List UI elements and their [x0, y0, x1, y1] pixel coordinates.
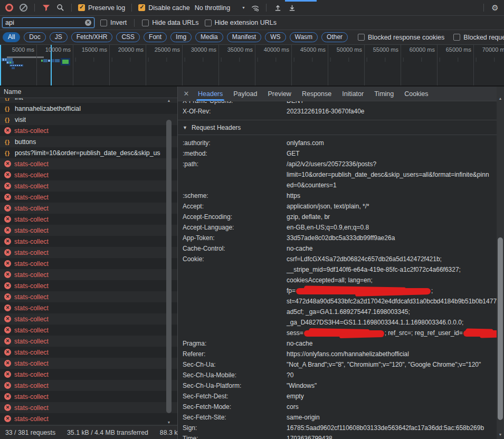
- preserve-log-checkbox[interactable]: Preserve log: [78, 4, 125, 12]
- tab-timing[interactable]: Timing: [369, 87, 399, 101]
- tab-payload[interactable]: Payload: [228, 87, 262, 101]
- request-row[interactable]: ✕stats-collect: [0, 225, 177, 236]
- search-button[interactable]: [55, 3, 65, 13]
- request-row[interactable]: ✕stats-collect: [0, 369, 177, 380]
- tab-initiator[interactable]: Initiator: [337, 87, 369, 101]
- request-row[interactable]: ✕stats-collect: [0, 192, 177, 203]
- request-row[interactable]: ✕stats-collect: [0, 325, 177, 336]
- export-har-button[interactable]: [287, 3, 297, 13]
- header-value: cors: [287, 402, 497, 412]
- disable-cache-checkbox[interactable]: Disable cache: [138, 4, 190, 12]
- filter-toggle-button[interactable]: [41, 3, 51, 13]
- request-headers-section[interactable]: ▼ Request Headers: [178, 120, 497, 135]
- filter-chip-wasm[interactable]: Wasm: [290, 32, 318, 42]
- hide-extension-urls-checkbox[interactable]: Hide extension URLs: [205, 19, 277, 26]
- header-value: https://onlyfans.com/hannahelizabethoffi…: [287, 349, 497, 359]
- invert-checkbox[interactable]: Invert: [100, 19, 127, 26]
- record-button[interactable]: [4, 3, 14, 13]
- header-value-text: csrf=LdfcGX4Sa72db06824c657db26a5d142472…: [287, 254, 442, 264]
- request-row-selected[interactable]: {}posts?limit=10&order=publish_date_desc…: [0, 147, 177, 158]
- header-value-text: 1703636799438: [287, 433, 332, 439]
- header-value-line: 33d57ade8c02dbc5a333db99ff9ae26a: [287, 233, 497, 243]
- clear-button[interactable]: [18, 3, 28, 13]
- blocked-requests-checkbox[interactable]: Blocked requests: [453, 34, 504, 41]
- request-row[interactable]: ✕stats-collect: [0, 402, 177, 413]
- request-row[interactable]: {}init: [0, 98, 177, 103]
- request-row[interactable]: {}hannahelizabethofficial: [0, 103, 177, 114]
- request-row[interactable]: ✕stats-collect: [0, 347, 177, 358]
- blocked-response-cookies-checkbox[interactable]: Blocked response cookies: [358, 34, 444, 41]
- filter-chip-font[interactable]: Font: [144, 32, 167, 42]
- request-row[interactable]: ✕stats-collect: [0, 291, 177, 302]
- request-row[interactable]: {}buttons: [0, 136, 177, 147]
- filter-input[interactable]: api ✕: [2, 17, 94, 28]
- tab-headers[interactable]: Headers: [193, 87, 228, 101]
- error-icon: ✕: [4, 393, 11, 400]
- scrollbar-thumb[interactable]: [166, 120, 172, 413]
- request-row[interactable]: ✕stats-collect: [0, 391, 177, 402]
- header-value: DENY: [287, 101, 497, 106]
- timeline-gridline: [364, 45, 365, 85]
- name-column-header[interactable]: Name: [0, 87, 177, 98]
- filter-chip-manifest[interactable]: Manifest: [227, 32, 261, 42]
- scroll-down-icon[interactable]: ▼: [497, 432, 504, 438]
- request-row[interactable]: ✕stats-collect: [0, 158, 177, 169]
- toolbar-divider: [266, 4, 267, 12]
- request-name: posts?limit=10&order=publish_date_desc&s…: [15, 149, 160, 157]
- error-icon: ✕: [4, 171, 11, 178]
- request-row[interactable]: ✕stats-collect: [0, 258, 177, 269]
- request-row[interactable]: ✕stats-collect: [0, 203, 177, 214]
- tab-cookies[interactable]: Cookies: [399, 87, 433, 101]
- scroll-up-icon[interactable]: ▲: [165, 98, 173, 104]
- network-conditions-button[interactable]: [250, 3, 260, 13]
- request-row[interactable]: ✕stats-collect: [0, 336, 177, 347]
- request-row[interactable]: {}visit: [0, 114, 177, 125]
- filter-chip-js[interactable]: JS: [50, 32, 68, 42]
- filter-chip-doc[interactable]: Doc: [24, 32, 45, 42]
- import-har-button[interactable]: [273, 3, 282, 13]
- filter-chip-css[interactable]: CSS: [116, 32, 140, 42]
- error-icon: ✕: [4, 160, 11, 167]
- timeline-tick-label: 20000 ms: [111, 46, 144, 53]
- request-row[interactable]: ✕stats-collect: [0, 380, 177, 391]
- error-icon: ✕: [4, 205, 11, 212]
- scroll-up-icon[interactable]: ▲: [497, 96, 504, 102]
- request-row[interactable]: ✕stats-collect: [0, 313, 177, 325]
- request-row[interactable]: ✕stats-collect: [0, 413, 177, 424]
- network-overview-timeline[interactable]: 5000 ms10000 ms15000 ms20000 ms25000 ms3…: [0, 45, 504, 87]
- request-row[interactable]: ✕stats-collect: [0, 180, 177, 192]
- header-name: Sec-Ch-Ua-Platform:: [183, 380, 287, 391]
- request-row[interactable]: ✕stats-collect: [0, 214, 177, 225]
- request-list-scrollbar[interactable]: ▲ ▼: [165, 98, 173, 426]
- settings-button[interactable]: ⚙: [490, 3, 500, 13]
- close-icon[interactable]: ✕: [180, 90, 193, 98]
- detail-scrollbar[interactable]: ▲ ▼: [497, 87, 504, 439]
- request-row[interactable]: ✕stats-collect: [0, 236, 177, 247]
- timeline-tick-label: 40000 ms: [256, 46, 289, 53]
- request-row[interactable]: ✕stats-collect: [0, 125, 177, 136]
- request-name: stats-collect: [14, 227, 49, 234]
- filter-chip-img[interactable]: Img: [170, 32, 192, 42]
- header-value-text: limit=10&order=publish_date_desc&skip_us…: [287, 169, 489, 180]
- request-row[interactable]: ✕stats-collect: [0, 169, 177, 180]
- scrollbar-thumb[interactable]: [498, 237, 503, 420]
- header-value-text: __stripe_mid=9df140f6-e64a-419e-85fc-a1c…: [287, 264, 461, 275]
- tab-response[interactable]: Response: [297, 87, 337, 101]
- request-row[interactable]: ✕stats-collect: [0, 358, 177, 369]
- filter-chip-ws[interactable]: WS: [265, 32, 286, 42]
- filter-chip-all[interactable]: All: [3, 32, 20, 42]
- hide-data-urls-checkbox[interactable]: Hide data URLs: [142, 19, 198, 26]
- request-row[interactable]: ✕stats-collect: [0, 269, 177, 280]
- request-row[interactable]: ✕stats-collect: [0, 280, 177, 291]
- throttling-select[interactable]: No throttling ▼: [195, 4, 245, 12]
- filter-chip-fetch-xhr[interactable]: Fetch/XHR: [71, 32, 113, 42]
- request-row[interactable]: ✕stats-collect: [0, 302, 177, 313]
- header-value-text: GET: [287, 148, 300, 159]
- scroll-down-icon[interactable]: ▼: [165, 419, 173, 426]
- tab-preview[interactable]: Preview: [262, 87, 296, 101]
- request-row[interactable]: ✕stats-collect: [0, 247, 177, 258]
- clear-filter-icon[interactable]: ✕: [85, 20, 91, 26]
- filter-chip-other[interactable]: Other: [321, 32, 348, 42]
- filter-chip-media[interactable]: Media: [195, 32, 223, 42]
- request-name: stats-collect: [14, 338, 49, 345]
